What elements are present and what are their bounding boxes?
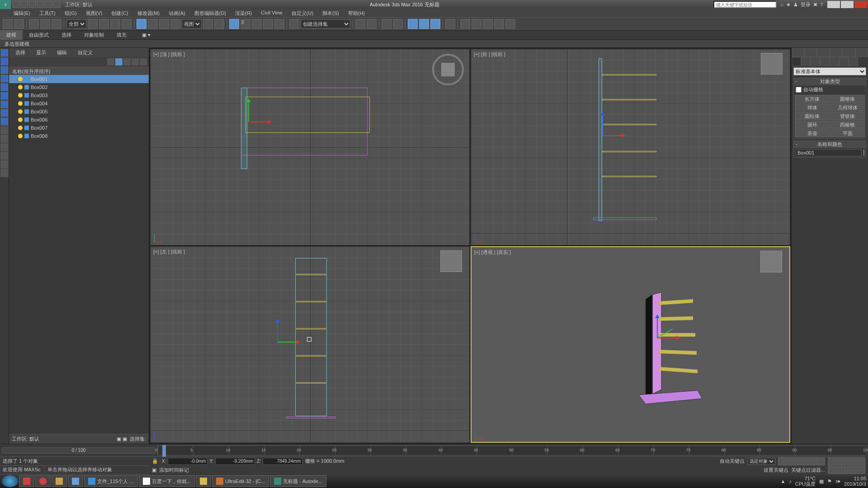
lock-icon[interactable]: 🔒 xyxy=(152,458,158,464)
nav-pan-button[interactable] xyxy=(828,457,837,465)
script-toggle-icon[interactable]: ▣ xyxy=(152,467,156,473)
viewcube[interactable] xyxy=(761,53,783,75)
render-button[interactable] xyxy=(483,19,493,29)
select-button[interactable] xyxy=(88,19,98,29)
render-online-button[interactable] xyxy=(505,19,515,29)
taskbar-app[interactable]: 无标题 - Autode... xyxy=(270,475,326,487)
explorer-ic-9[interactable] xyxy=(0,117,9,126)
tray-clock[interactable]: 11:052019/10/3 xyxy=(844,476,866,487)
workspace-dropdown[interactable]: 工作区: 默认 xyxy=(62,1,95,8)
cmdtab-hierarchy[interactable] xyxy=(817,48,830,57)
tray-icon[interactable]: ⚑ xyxy=(827,479,832,484)
scale-button[interactable] xyxy=(159,19,169,29)
list-item[interactable]: Box002 xyxy=(9,83,149,91)
minimize-button[interactable] xyxy=(827,1,840,8)
help-icon[interactable]: ? xyxy=(820,2,823,7)
manip-button[interactable] xyxy=(214,19,224,29)
star-icon[interactable]: ★ xyxy=(786,2,791,8)
spinner-snap-button[interactable] xyxy=(263,19,273,29)
region-rect-button[interactable] xyxy=(110,19,120,29)
menu-edit[interactable]: 编辑(E) xyxy=(9,9,35,17)
explorer-lock-icon[interactable] xyxy=(123,58,131,66)
timeline-ruler[interactable]: 0510152025303540455055606570758085909510… xyxy=(157,446,866,455)
frame-scrubber[interactable]: 0 / 100 xyxy=(2,447,156,454)
explorer-ic-15[interactable] xyxy=(0,169,9,177)
qat-redo-icon[interactable] xyxy=(45,1,52,8)
next-frame-button[interactable] xyxy=(807,457,816,465)
goto-end-button[interactable] xyxy=(816,457,825,465)
visibility-icon[interactable] xyxy=(18,117,23,122)
user-icon[interactable]: ♟ xyxy=(793,2,798,8)
viewcube[interactable] xyxy=(760,251,782,272)
cat-lights[interactable] xyxy=(811,57,820,66)
qat-save-icon[interactable] xyxy=(29,1,36,8)
menu-tools[interactable]: 工具(T) xyxy=(35,9,60,17)
menu-modifiers[interactable]: 修改器(M) xyxy=(133,9,165,17)
explorer-ic-14[interactable] xyxy=(0,160,9,169)
explorer-tab-custom[interactable]: 自定义 xyxy=(73,48,97,57)
explorer-ic-7[interactable] xyxy=(0,100,9,108)
explorer-filter-icon[interactable] xyxy=(140,58,147,66)
prim-plane-button[interactable]: 平面 xyxy=(830,129,865,137)
taskbar-app[interactable]: UltraEdit-32 - [C... xyxy=(212,475,269,487)
redo-button[interactable] xyxy=(14,19,24,29)
selection-filter-dropdown[interactable]: 全部 xyxy=(66,19,86,28)
start-button[interactable] xyxy=(2,475,18,487)
keymode-dropdown[interactable]: 选定对象 xyxy=(747,458,775,465)
cat-helpers[interactable] xyxy=(830,57,839,66)
viewcube[interactable] xyxy=(440,250,462,272)
menu-help[interactable]: 帮助(H) xyxy=(344,9,369,17)
setkey-button[interactable]: 设置关键点 xyxy=(764,467,788,474)
explorer-list[interactable]: Box001 Box002 Box003 Box004 Box005 Box00… xyxy=(9,75,149,434)
maximize-button[interactable] xyxy=(841,1,854,8)
tray-icon[interactable]: ▦ xyxy=(819,479,824,484)
menu-animation[interactable]: 动画(A) xyxy=(164,9,190,17)
visibility-icon[interactable] xyxy=(18,85,23,89)
cat-systems[interactable] xyxy=(849,57,858,66)
visibility-icon[interactable] xyxy=(18,126,23,130)
tray-icon[interactable]: 🕪 xyxy=(835,479,840,484)
autogrid-checkbox[interactable] xyxy=(796,87,802,93)
render-frame-button[interactable] xyxy=(472,19,481,29)
viewport-left[interactable]: [+] [左 ] [线框 ] xyxy=(150,246,470,443)
named-selection-dropdown[interactable]: 创建选择集 xyxy=(301,19,350,28)
nav-zoom-button[interactable] xyxy=(837,457,846,465)
bind-button[interactable] xyxy=(52,19,61,29)
cat-shapes[interactable] xyxy=(801,57,811,66)
menu-rendering[interactable]: 渲染(R) xyxy=(231,9,256,17)
layers-button[interactable] xyxy=(382,19,392,29)
prim-geosphere-button[interactable]: 几何球体 xyxy=(830,103,865,112)
ribbon-expand-icon[interactable]: ▣ ▾ xyxy=(142,32,151,38)
nav-fov-button[interactable] xyxy=(856,457,865,465)
percent-snap-button[interactable] xyxy=(252,19,262,29)
link-button[interactable] xyxy=(29,19,39,29)
axis-button[interactable] xyxy=(274,19,284,29)
list-item[interactable]: Box001 xyxy=(9,75,149,83)
close-button[interactable] xyxy=(854,1,867,8)
qat-open-icon[interactable] xyxy=(21,1,28,8)
visibility-icon[interactable] xyxy=(18,93,23,98)
cat-cameras[interactable] xyxy=(820,57,830,66)
ribbon-tab-selection[interactable]: 选择 xyxy=(55,30,78,40)
autokey-button[interactable]: 自动关键点 xyxy=(720,458,745,465)
nav-walk-button[interactable] xyxy=(837,466,846,474)
play-button[interactable] xyxy=(797,457,806,465)
prim-teapot-button[interactable]: 茶壶 xyxy=(795,129,830,137)
pivot-button[interactable] xyxy=(203,19,213,29)
coord-z-input[interactable] xyxy=(263,458,302,465)
qat-link-icon[interactable] xyxy=(53,1,61,8)
taskbar-app[interactable]: 文件_115个人 ... xyxy=(84,475,138,487)
visibility-icon[interactable] xyxy=(18,109,23,114)
menu-view[interactable]: 视图(V) xyxy=(81,9,107,17)
refcoord-dropdown[interactable]: 视图 xyxy=(182,19,202,28)
explorer-search-icon[interactable] xyxy=(132,58,139,66)
window-crossing-button[interactable] xyxy=(122,19,132,29)
coord-x-input[interactable] xyxy=(168,458,208,465)
tray-icon[interactable]: ♪ xyxy=(789,479,792,484)
list-item[interactable]: Box007 xyxy=(9,124,149,132)
keyfilter-button[interactable]: 关键点过滤器... xyxy=(791,467,825,474)
explorer-tab-display[interactable]: 显示 xyxy=(32,48,51,57)
explorer-clear-icon[interactable] xyxy=(107,58,114,66)
taskbar-app[interactable]: 百度一下，你就... xyxy=(139,475,195,487)
taskbar-app[interactable] xyxy=(196,475,211,487)
